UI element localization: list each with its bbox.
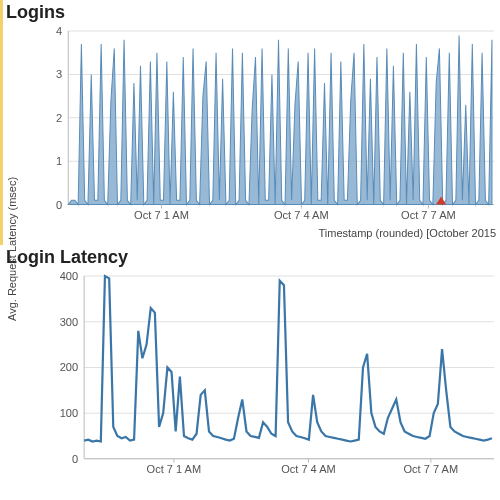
svg-text:2: 2 xyxy=(56,112,62,124)
logins-panel: Logins 01234 Oct 7 1 AMOct 7 4 AMOct 7 7… xyxy=(0,0,500,245)
latency-svg: 0100200300400 Oct 7 1 AMOct 7 4 AMOct 7 … xyxy=(52,270,494,481)
svg-text:1: 1 xyxy=(56,155,62,167)
logins-chart: 01234 Oct 7 1 AMOct 7 4 AMOct 7 7 AM xyxy=(40,25,494,225)
panel-accent xyxy=(0,0,3,245)
logins-x-axis-label: Timestamp (rounded) [October 2015 xyxy=(0,225,500,239)
latency-title: Login Latency xyxy=(0,245,500,270)
svg-text:Oct 7 1 AM: Oct 7 1 AM xyxy=(134,209,189,221)
svg-text:Oct 7 7 AM: Oct 7 7 AM xyxy=(404,463,459,475)
svg-text:400: 400 xyxy=(60,270,78,282)
logins-svg: 01234 Oct 7 1 AMOct 7 4 AMOct 7 7 AM xyxy=(40,25,494,227)
latency-panel: Login Latency Avg. Request Latency (msec… xyxy=(0,245,500,500)
svg-text:Oct 7 7 AM: Oct 7 7 AM xyxy=(401,209,456,221)
svg-text:200: 200 xyxy=(60,361,78,373)
svg-text:100: 100 xyxy=(60,407,78,419)
svg-text:Oct 7 4 AM: Oct 7 4 AM xyxy=(281,463,336,475)
svg-text:0: 0 xyxy=(56,199,62,211)
svg-text:3: 3 xyxy=(56,68,62,80)
svg-text:300: 300 xyxy=(60,316,78,328)
svg-text:Oct 7 1 AM: Oct 7 1 AM xyxy=(147,463,202,475)
latency-chart: 0100200300400 Oct 7 1 AMOct 7 4 AMOct 7 … xyxy=(52,270,494,480)
latency-y-axis-label: Avg. Request Latency (msec) xyxy=(6,177,18,321)
svg-text:Oct 7 4 AM: Oct 7 4 AM xyxy=(274,209,329,221)
logins-title: Logins xyxy=(0,0,500,25)
svg-text:0: 0 xyxy=(72,453,78,465)
svg-text:4: 4 xyxy=(56,25,62,37)
